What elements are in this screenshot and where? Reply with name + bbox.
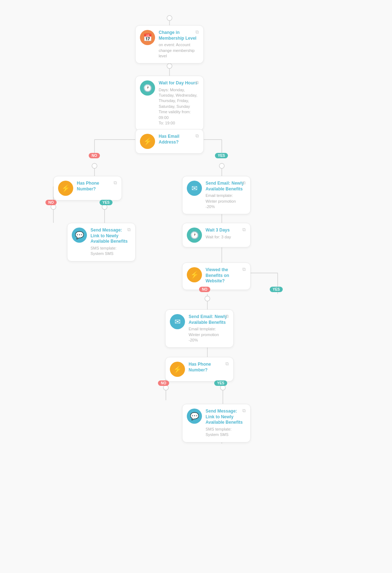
node-desc: Email template: Winter promotion -20% (206, 193, 245, 210)
node-desc: Days: Monday, Tuesday, Wednesday, Thursd… (159, 87, 198, 126)
badge-yes-4: YES (214, 380, 227, 386)
copy-button[interactable]: ⧉ (194, 80, 200, 85)
badge-no-2: NO (45, 200, 57, 205)
node-content: Viewed the Benefits on Website? (206, 267, 245, 285)
node-desc: SMS template: System SMS (91, 246, 130, 257)
workflow-canvas: 📅 Change in Membership Level on event: A… (0, 0, 392, 573)
node-content: Has Phone Number? (77, 181, 116, 193)
node-icon: ⚡ (170, 362, 185, 377)
copy-button[interactable]: ⧉ (194, 133, 200, 139)
node-content: Send Message: Link to Newly Available Be… (91, 228, 130, 257)
svg-point-33 (219, 163, 224, 168)
node-content: Change in Membership Level on event: Acc… (159, 30, 198, 59)
badge-no-4: NO (158, 380, 169, 386)
copy-button[interactable]: ⧉ (241, 227, 247, 233)
svg-point-32 (92, 163, 97, 168)
node-desc: on event: Account change membership leve… (159, 42, 198, 59)
copy-button[interactable]: ⧉ (126, 227, 132, 233)
svg-point-34 (51, 204, 56, 210)
node-send-email-2[interactable]: ✉ Send Email: Newly Available Benefits E… (165, 309, 234, 348)
node-title: Wait 3 Days (206, 228, 245, 233)
badge-no-3: NO (199, 287, 210, 292)
copy-button[interactable]: ⧉ (241, 266, 247, 272)
badge-yes-3: YES (270, 287, 283, 292)
node-viewed-benefits[interactable]: ⚡ Viewed the Benefits on Website? ⧉ (182, 263, 251, 290)
badge-yes-2: YES (100, 200, 113, 205)
node-icon: 🕐 (140, 80, 155, 96)
copy-button[interactable]: ⧉ (194, 29, 200, 35)
copy-button[interactable]: ⧉ (112, 180, 118, 186)
node-icon: 💬 (72, 228, 87, 243)
node-send-sms-1[interactable]: 💬 Send Message: Link to Newly Available … (67, 223, 136, 261)
node-title: Send Email: Newly Available Benefits (206, 181, 245, 192)
node-icon: ✉ (170, 314, 185, 329)
node-title: Has Phone Number? (189, 362, 228, 373)
node-title: Send Email: Newly Available Benefits (189, 314, 228, 325)
badge-no-1: NO (89, 153, 100, 158)
node-title: Wait for Day Hours (159, 80, 198, 86)
svg-point-29 (167, 16, 172, 21)
node-content: Send Email: Newly Available Benefits Ema… (189, 314, 228, 343)
node-content: Has Phone Number? (189, 362, 228, 374)
svg-point-38 (220, 385, 225, 390)
copy-button[interactable]: ⧉ (241, 408, 247, 414)
node-icon: 📅 (140, 30, 155, 45)
node-has-phone-1[interactable]: ⚡ Has Phone Number? ⧉ (53, 176, 122, 200)
node-title: Has Email Address? (159, 134, 198, 145)
node-desc: Wait for: 3 day (206, 234, 245, 240)
node-icon: ⚡ (140, 134, 155, 149)
node-content: Has Email Address? (159, 134, 198, 146)
node-title: Has Phone Number? (77, 181, 116, 192)
node-has-phone-2[interactable]: ⚡ Has Phone Number? ⧉ (165, 357, 234, 382)
node-title: Change in Membership Level (159, 30, 198, 41)
node-desc: SMS template: System SMS (206, 427, 245, 438)
node-icon: ⚡ (187, 267, 202, 282)
svg-point-35 (102, 204, 107, 210)
node-content: Wait 3 Days Wait for: 3 day (206, 228, 245, 240)
node-wait-day-hours[interactable]: 🕐 Wait for Day Hours Days: Monday, Tuesd… (135, 76, 204, 131)
copy-button[interactable]: ⧉ (241, 180, 247, 186)
node-change-membership[interactable]: 📅 Change in Membership Level on event: A… (135, 25, 204, 63)
node-icon: ⚡ (58, 181, 73, 196)
node-desc: Email template: Winter promotion -20% (189, 326, 228, 343)
node-title: Send Message: Link to Newly Available Be… (91, 228, 130, 244)
node-send-email-1[interactable]: ✉ Send Email: Newly Available Benefits E… (182, 176, 251, 214)
node-title: Send Message: Link to Newly Available Be… (206, 409, 245, 426)
node-content: Wait for Day Hours Days: Monday, Tuesday… (159, 80, 198, 126)
copy-button[interactable]: ⧉ (224, 313, 230, 319)
copy-button[interactable]: ⧉ (224, 361, 230, 367)
node-wait-3-days[interactable]: 🕐 Wait 3 Days Wait for: 3 day ⧉ (182, 223, 251, 247)
node-title: Viewed the Benefits on Website? (206, 267, 245, 284)
node-icon: ✉ (187, 181, 202, 196)
node-icon: 💬 (187, 409, 202, 424)
badge-yes-1: YES (215, 153, 228, 158)
node-content: Send Email: Newly Available Benefits Ema… (206, 181, 245, 210)
svg-point-37 (163, 385, 168, 390)
svg-point-36 (205, 296, 210, 301)
node-send-sms-2[interactable]: 💬 Send Message: Link to Newly Available … (182, 404, 251, 442)
svg-point-30 (167, 63, 172, 69)
node-has-email[interactable]: ⚡ Has Email Address? ⧉ (135, 129, 204, 154)
node-icon: 🕐 (187, 228, 202, 243)
node-content: Send Message: Link to Newly Available Be… (206, 409, 245, 438)
